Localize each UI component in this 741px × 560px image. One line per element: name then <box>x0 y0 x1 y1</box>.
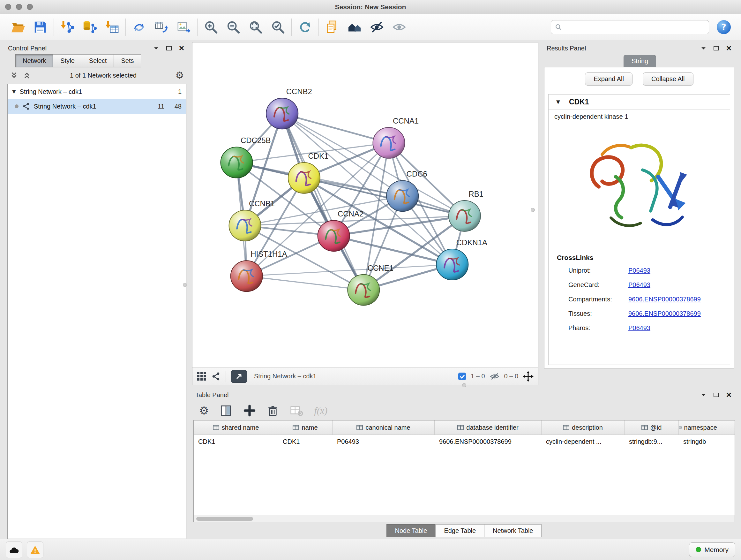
network-edge-CCNB2-CCNE1[interactable] <box>282 114 363 290</box>
cell-description[interactable]: cyclin-dependent ... <box>542 435 624 448</box>
save-session-button[interactable] <box>31 18 49 36</box>
network-node-CCNB2[interactable] <box>266 98 298 129</box>
column-header-name[interactable]: name <box>278 421 333 435</box>
vertical-splitter-handle[interactable] <box>183 283 187 287</box>
expand-all-networks-button[interactable] <box>10 71 18 79</box>
export-image-button[interactable] <box>175 18 193 36</box>
scrollbar-thumb[interactable] <box>196 517 253 521</box>
network-node-CCNA1[interactable] <box>373 127 405 159</box>
detach-view-button[interactable] <box>231 370 247 383</box>
column-header-namespace[interactable]: namespace <box>679 421 717 435</box>
network-node-HIST1H1A[interactable] <box>231 260 263 292</box>
expand-all-button[interactable]: Expand All <box>585 72 632 85</box>
create-network-from-table-button[interactable] <box>152 18 171 36</box>
network-options-button[interactable]: ⚙ <box>176 71 184 79</box>
tab-sets[interactable]: Sets <box>114 54 141 67</box>
tab-network[interactable]: Network <box>15 54 53 67</box>
show-all-button[interactable] <box>390 18 408 36</box>
memory-button[interactable]: Memory <box>689 543 735 557</box>
cloud-status-button[interactable] <box>6 542 22 558</box>
tab-node-table[interactable]: Node Table <box>387 524 436 537</box>
network-node-RB1[interactable] <box>449 200 481 232</box>
network-node-CDKN1A[interactable] <box>436 249 468 280</box>
float-panel-button[interactable] <box>712 44 720 52</box>
zoom-selected-region-button[interactable] <box>269 18 287 36</box>
crosslink-link[interactable]: P06493 <box>628 324 650 332</box>
column-header-description[interactable]: description <box>542 421 624 435</box>
cell-database-identifier[interactable]: 9606.ENSP00000378699 <box>434 435 542 448</box>
table-horizontal-scrollbar[interactable] <box>194 515 735 522</box>
crosslink-link[interactable]: P06493 <box>628 267 650 274</box>
zoom-window-icon[interactable] <box>27 4 33 10</box>
network-node-CDC6[interactable] <box>387 180 418 211</box>
close-panel-button[interactable]: × <box>725 44 733 52</box>
crosslink-link[interactable]: 9606.ENSP00000378699 <box>628 310 701 317</box>
delete-column-button[interactable] <box>267 405 279 417</box>
collapse-panel-button[interactable] <box>699 44 708 52</box>
gene-entry-header[interactable]: ▼ CDK1 <box>549 95 730 110</box>
create-column-button[interactable] <box>243 404 256 417</box>
zoom-out-button[interactable] <box>224 18 242 36</box>
collapse-panel-button[interactable] <box>152 44 160 52</box>
show-columns-button[interactable] <box>219 404 232 417</box>
zoom-fit-content-button[interactable] <box>247 18 265 36</box>
cell-namespace[interactable]: stringdb <box>679 435 717 448</box>
import-table-from-file-button[interactable] <box>103 18 121 36</box>
column-header-database-identifier[interactable]: database identifier <box>434 421 542 435</box>
cell-shared-name[interactable]: CDK1 <box>194 435 278 448</box>
tab-style[interactable]: Style <box>53 54 82 67</box>
close-window-icon[interactable] <box>5 4 11 10</box>
column-header-id[interactable]: @id <box>624 421 679 435</box>
close-panel-button[interactable]: × <box>178 44 186 52</box>
network-view-mode-button[interactable] <box>212 372 220 381</box>
import-network-from-file-button[interactable] <box>58 18 76 36</box>
network-node-CDC25B[interactable] <box>221 147 253 178</box>
table-options-button[interactable]: ⚙ <box>199 405 209 416</box>
minimize-window-icon[interactable] <box>16 4 22 10</box>
open-session-button[interactable] <box>9 18 27 36</box>
collapse-panel-button[interactable] <box>699 391 708 399</box>
network-canvas[interactable]: CCNB2CCNA1CDC25BCDK1CDC6RB1CCNB1CCNA2CDK… <box>192 43 538 368</box>
cell-canonical-name[interactable]: P06493 <box>333 435 434 448</box>
search-input[interactable] <box>564 23 705 30</box>
tab-select[interactable]: Select <box>82 54 114 67</box>
cell-name[interactable]: CDK1 <box>278 435 333 448</box>
crosslink-link[interactable]: P06493 <box>628 281 650 289</box>
network-node-CCNB1[interactable] <box>229 210 261 241</box>
collapse-all-button[interactable]: Collapse All <box>643 72 693 85</box>
network-node-CDK1[interactable] <box>288 163 320 193</box>
tab-string[interactable]: String <box>623 55 656 67</box>
import-network-from-database-button[interactable] <box>81 18 98 36</box>
tab-network-table[interactable]: Network Table <box>484 524 542 537</box>
warnings-button[interactable]: ! <box>27 542 44 558</box>
column-header-shared-name[interactable]: shared name <box>194 421 278 435</box>
function-builder-button[interactable]: f(x) <box>314 405 327 416</box>
crosslink-link[interactable]: 9606.ENSP00000378699 <box>628 296 701 303</box>
column-header-canonical-name[interactable]: canonical name <box>333 421 434 435</box>
vertical-splitter-handle[interactable] <box>531 208 535 212</box>
collapse-all-networks-button[interactable] <box>23 71 31 79</box>
disclosure-triangle-icon[interactable]: ▼ <box>12 89 16 95</box>
float-panel-button[interactable] <box>165 44 173 52</box>
table-row[interactable]: CDK1 CDK1 P06493 9606.ENSP00000378699 cy… <box>194 435 735 448</box>
grid-view-button[interactable] <box>197 372 206 381</box>
network-overview-button[interactable] <box>346 18 363 36</box>
float-panel-button[interactable] <box>712 391 720 399</box>
apply-layout-button[interactable] <box>296 18 314 36</box>
network-node-CCNE1[interactable] <box>347 274 380 306</box>
tab-edge-table[interactable]: Edge Table <box>435 524 484 537</box>
pan-tool-button[interactable] <box>523 371 534 382</box>
delete-table-button[interactable] <box>290 405 303 417</box>
network-collection-row[interactable]: ▼ String Network – cdk1 1 <box>8 84 186 99</box>
cell-id[interactable]: stringdb:9... <box>624 435 679 448</box>
zoom-in-button[interactable] <box>202 18 220 36</box>
annotation-button[interactable] <box>323 18 341 36</box>
network-node-CCNA2[interactable] <box>318 220 350 251</box>
hide-selected-button[interactable] <box>368 18 386 36</box>
help-button[interactable]: ? <box>716 19 731 35</box>
network-row[interactable]: String Network – cdk1 11 48 <box>8 99 186 114</box>
disclosure-triangle-icon[interactable]: ▼ <box>555 98 561 106</box>
network-edge-CCNE1-HIST1H1A[interactable] <box>247 276 364 290</box>
horizontal-splitter-handle[interactable] <box>462 383 466 387</box>
close-panel-button[interactable]: × <box>725 391 733 399</box>
